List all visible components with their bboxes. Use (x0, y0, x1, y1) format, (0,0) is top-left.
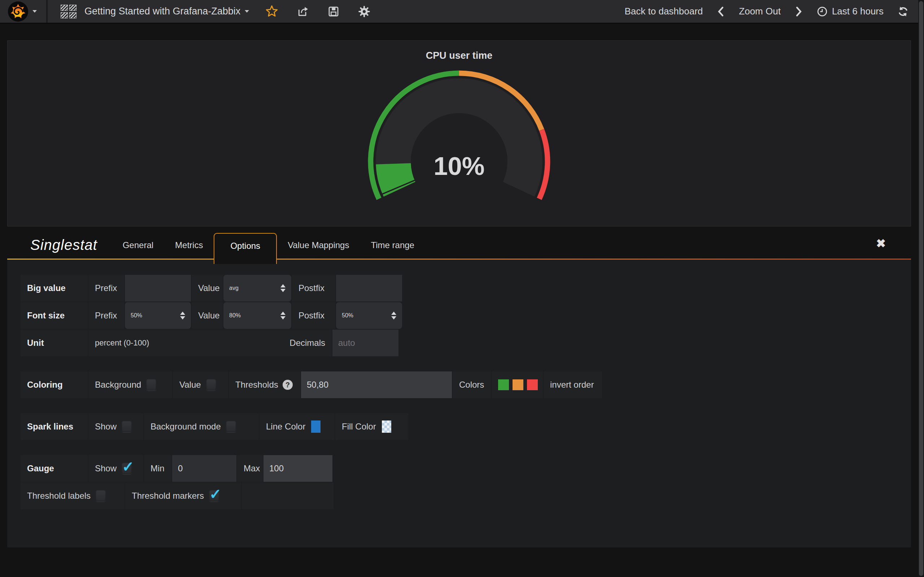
thresholds-input[interactable] (307, 380, 446, 390)
time-range-picker[interactable]: Last 6 hours (817, 6, 884, 17)
max-input-cell (263, 455, 333, 482)
tab-metrics[interactable]: Metrics (164, 233, 214, 259)
prefix-input-cell (125, 275, 191, 301)
value-checkbox[interactable] (206, 379, 216, 390)
decimals-input-cell (333, 330, 399, 356)
scrollbar-thumb[interactable] (919, 1, 923, 576)
gauge-show-checkbox[interactable] (122, 463, 132, 474)
dashboard-grid-icon (61, 5, 76, 18)
select-spinner-icon (391, 311, 396, 319)
threshold-labels-checkbox[interactable] (96, 490, 106, 501)
thresholds-input-cell (301, 371, 452, 398)
value-stat-select[interactable]: avg (223, 275, 291, 301)
share-icon (297, 6, 309, 17)
grafana-logo-icon (8, 2, 28, 22)
dashboard-title: Getting Started with Grafana-Zabbix (84, 6, 241, 17)
postfix-label: Postfix (292, 275, 335, 301)
colors-label: Colors (452, 371, 491, 398)
close-editor-icon[interactable]: ✖ (876, 237, 886, 250)
select-spinner-icon (281, 311, 286, 319)
font-size-row: Font size Prefix 50% Value 80% Postfix 5… (21, 302, 911, 329)
refresh-button[interactable] (897, 6, 909, 17)
min-input-cell (172, 455, 236, 482)
gauge-row: Gauge Show Min Max (21, 455, 911, 482)
save-icon (328, 6, 339, 17)
font-size-label: Font size (21, 302, 88, 329)
gauge-min-input[interactable] (178, 463, 231, 474)
sparkline-show-cell: Show (89, 413, 143, 440)
sparkline-show-checkbox[interactable] (122, 421, 132, 432)
time-range-label: Last 6 hours (832, 6, 884, 17)
tab-general[interactable]: General (112, 233, 164, 259)
chevron-left-icon (716, 6, 725, 17)
singlestat-panel: CPU user time 10% (7, 40, 911, 226)
background-mode-checkbox[interactable] (226, 421, 236, 432)
empty-cell (242, 482, 333, 509)
threshold-options-row: Threshold labels Threshold markers (21, 482, 911, 509)
select-spinner-icon (180, 311, 185, 319)
page-scrollbar[interactable] (918, 0, 924, 577)
min-label: Min (144, 455, 171, 482)
star-icon (266, 5, 278, 18)
gauge-show-cell: Show (89, 455, 143, 482)
thresholds-cell: Thresholds ? (229, 371, 300, 398)
background-checkbox[interactable] (146, 379, 156, 390)
org-menu[interactable] (0, 0, 48, 23)
editor-heading: Singlestat (17, 237, 112, 259)
share-button[interactable] (297, 6, 309, 17)
refresh-icon (897, 6, 909, 17)
invert-order-cell: invert order (544, 371, 602, 398)
big-value-prefix-input[interactable] (131, 283, 185, 293)
star-button[interactable] (266, 5, 278, 18)
spark-lines-label: Spark lines (21, 413, 88, 440)
fill-color-swatch[interactable] (382, 421, 391, 433)
dashboard-caret-icon (245, 10, 249, 13)
gauge-value-text: 10% (433, 152, 485, 180)
threshold-color-swatch-green[interactable] (498, 379, 509, 390)
postfix-label: Postfix (292, 302, 335, 329)
tab-options[interactable]: Options (214, 233, 277, 264)
unit-row: Unit percent (0-100) Decimals (21, 330, 911, 356)
coloring-background-cell: Background (89, 371, 172, 398)
tab-value-mappings[interactable]: Value Mappings (277, 233, 360, 259)
unit-cell: percent (0-100) Decimals (89, 330, 332, 356)
org-caret-icon (32, 10, 37, 13)
zoom-out-button[interactable]: Zoom Out (739, 6, 781, 17)
value-font-size-select[interactable]: 80% (223, 302, 291, 329)
unit-picker[interactable]: percent (0-100) (95, 338, 149, 348)
background-mode-cell: Background mode (144, 413, 259, 440)
big-value-row: Big value Prefix Value avg Postfix (21, 275, 911, 301)
postfix-font-size-select[interactable]: 50% (336, 302, 402, 329)
tab-time-range[interactable]: Time range (360, 233, 425, 259)
settings-button[interactable] (358, 5, 370, 18)
value-label: Value (192, 275, 223, 301)
prefix-font-size-select[interactable]: 50% (125, 302, 191, 329)
decimals-input[interactable] (338, 338, 393, 348)
options-tab-content: Big value Prefix Value avg Postfix (7, 259, 911, 548)
back-to-dashboard-button[interactable]: Back to dashboard (625, 6, 703, 17)
decimals-label: Decimals (289, 338, 325, 348)
dashboard-picker[interactable]: Getting Started with Grafana-Zabbix (48, 5, 249, 18)
panel-title[interactable]: CPU user time (8, 41, 911, 61)
save-button[interactable] (328, 6, 339, 17)
prefix-label: Prefix (89, 302, 124, 329)
invert-order-button[interactable]: invert order (550, 380, 594, 390)
value-label: Value (192, 302, 223, 329)
unit-label: Unit (21, 330, 88, 356)
panel-editor: Singlestat General Metrics Options Value… (7, 226, 911, 548)
gauge-max-input[interactable] (269, 463, 327, 474)
editor-tabbar: Singlestat General Metrics Options Value… (7, 226, 911, 259)
coloring-label: Coloring (21, 371, 88, 398)
threshold-color-swatch-red[interactable] (527, 379, 538, 390)
help-icon[interactable]: ? (283, 380, 293, 390)
line-color-swatch[interactable] (311, 421, 320, 433)
top-navbar: Getting Started with Grafana-Zabbix (0, 0, 924, 24)
big-value-postfix-input[interactable] (342, 283, 396, 293)
threshold-markers-checkbox[interactable] (209, 490, 219, 501)
max-label: Max (237, 455, 263, 482)
time-shift-left-button[interactable] (716, 6, 725, 17)
threshold-color-swatch-orange[interactable] (512, 379, 523, 390)
gauge-chart: 10% (356, 65, 562, 200)
color-swatches-cell (492, 371, 543, 398)
time-shift-right-button[interactable] (795, 6, 803, 17)
